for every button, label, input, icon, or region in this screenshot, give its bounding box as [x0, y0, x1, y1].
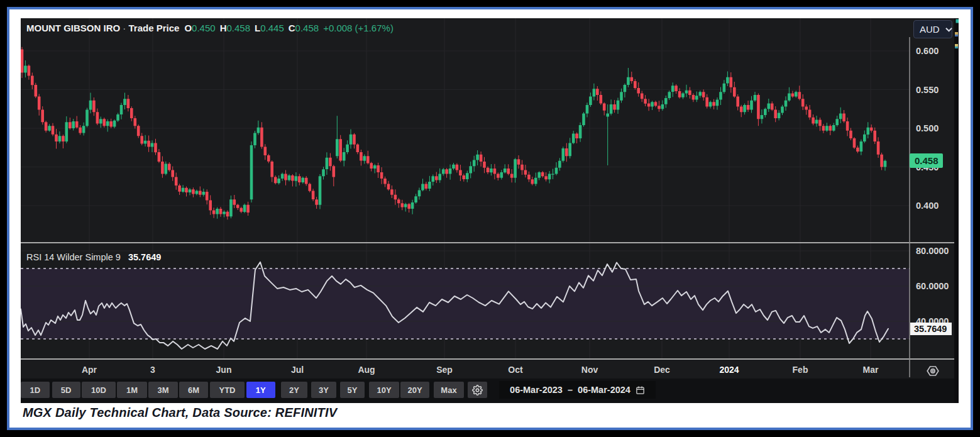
svg-text:Apr: Apr: [82, 365, 97, 375]
svg-text:35.7649: 35.7649: [914, 324, 947, 334]
svg-text:MOUNT GIBSON IRO · Trade Price: MOUNT GIBSON IRO · Trade PriceO0.450H0.4…: [26, 23, 394, 33]
svg-text:Aug: Aug: [358, 365, 375, 375]
svg-text:Jun: Jun: [216, 365, 232, 375]
svg-text:Dec: Dec: [654, 365, 670, 375]
svg-text:0.500: 0.500: [916, 123, 939, 133]
svg-text:0.400: 0.400: [916, 201, 939, 211]
svg-text:60.0000: 60.0000: [916, 281, 949, 291]
svg-text:0.600: 0.600: [916, 46, 939, 56]
svg-text:0.550: 0.550: [916, 85, 939, 95]
svg-text:3: 3: [150, 365, 155, 375]
svg-text:RSI 14 Wilder Simple 9 35.7649: RSI 14 Wilder Simple 9 35.7649: [26, 252, 161, 262]
svg-text:80.0000: 80.0000: [916, 246, 949, 256]
svg-text:2024: 2024: [719, 365, 739, 375]
svg-text:Oct: Oct: [508, 365, 523, 375]
svg-text:Nov: Nov: [581, 365, 598, 375]
svg-text:Jul: Jul: [291, 365, 304, 375]
svg-text:0.458: 0.458: [915, 155, 939, 166]
svg-text:Feb: Feb: [793, 365, 808, 375]
svg-text:Sep: Sep: [436, 365, 453, 375]
svg-text:Mar: Mar: [863, 365, 879, 375]
